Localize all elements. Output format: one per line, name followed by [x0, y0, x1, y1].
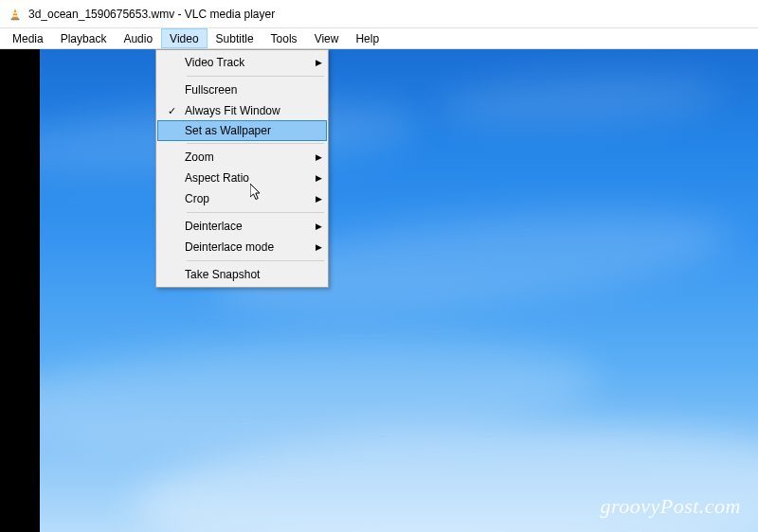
menu-label: Deinterlace: [185, 220, 311, 233]
menu-label: Fullscreen: [185, 83, 326, 97]
vlc-window: 3d_ocean_1590675653.wmv - VLC media play…: [0, 0, 758, 532]
menu-gutter: ✓: [158, 105, 185, 117]
submenu-arrow-icon: ▶: [311, 194, 326, 204]
check-icon: ✓: [168, 105, 176, 117]
submenu-arrow-icon: ▶: [311, 173, 326, 183]
menu-playback[interactable]: Playback: [52, 28, 116, 48]
menu-separator: [187, 212, 324, 213]
menu-separator: [187, 143, 324, 144]
content-area: groovyPost.com: [0, 49, 758, 532]
svg-marker-0: [12, 9, 19, 19]
svg-rect-3: [12, 15, 18, 16]
cloud-decoration: [437, 70, 723, 133]
menu-zoom[interactable]: Zoom ▶: [158, 147, 326, 168]
menu-subtitle[interactable]: Subtitle: [208, 28, 262, 48]
menu-video[interactable]: Video: [161, 28, 207, 48]
window-title: 3d_ocean_1590675653.wmv - VLC media play…: [28, 8, 275, 21]
menu-video-track[interactable]: Video Track ▶: [158, 52, 326, 73]
menu-view[interactable]: View: [306, 28, 348, 48]
menu-label: Take Snapshot: [185, 268, 326, 281]
submenu-arrow-icon: ▶: [311, 222, 326, 231]
menu-separator: [187, 76, 324, 77]
menu-set-as-wallpaper[interactable]: Set as Wallpaper: [157, 120, 327, 141]
menu-audio[interactable]: Audio: [115, 28, 161, 48]
svg-rect-1: [13, 12, 18, 13]
submenu-arrow-icon: ▶: [311, 58, 326, 67]
menu-media[interactable]: Media: [4, 28, 52, 48]
menu-crop[interactable]: Crop ▶: [158, 188, 326, 209]
menu-label: Video Track: [185, 56, 311, 69]
menu-label: Deinterlace mode: [185, 240, 311, 254]
menu-help[interactable]: Help: [347, 28, 388, 48]
menu-label: Zoom: [185, 151, 311, 164]
video-dropdown-menu: Video Track ▶ Fullscreen ✓ Always Fit Wi…: [155, 49, 329, 288]
submenu-arrow-icon: ▶: [311, 242, 326, 252]
watermark-text: groovyPost.com: [600, 494, 741, 519]
menu-label: Set as Wallpaper: [185, 124, 325, 137]
menu-deinterlace[interactable]: Deinterlace ▶: [158, 216, 326, 237]
menu-separator: [187, 260, 324, 261]
menu-aspect-ratio[interactable]: Aspect Ratio ▶: [158, 168, 326, 188]
vlc-icon: [8, 7, 23, 22]
menu-always-fit-window[interactable]: ✓ Always Fit Window: [158, 100, 326, 121]
menu-label: Aspect Ratio: [185, 171, 311, 185]
video-surface[interactable]: groovyPost.com: [40, 49, 758, 532]
svg-rect-4: [11, 18, 20, 20]
menu-label: Crop: [185, 192, 311, 205]
submenu-arrow-icon: ▶: [311, 152, 326, 162]
menu-fullscreen[interactable]: Fullscreen: [158, 80, 326, 100]
menubar: Media Playback Audio Video Subtitle Tool…: [0, 28, 758, 49]
menu-take-snapshot[interactable]: Take Snapshot: [158, 264, 326, 285]
menu-tools[interactable]: Tools: [262, 28, 306, 48]
menu-label: Always Fit Window: [185, 104, 326, 117]
menu-deinterlace-mode[interactable]: Deinterlace mode ▶: [158, 237, 326, 257]
titlebar: 3d_ocean_1590675653.wmv - VLC media play…: [0, 0, 758, 28]
